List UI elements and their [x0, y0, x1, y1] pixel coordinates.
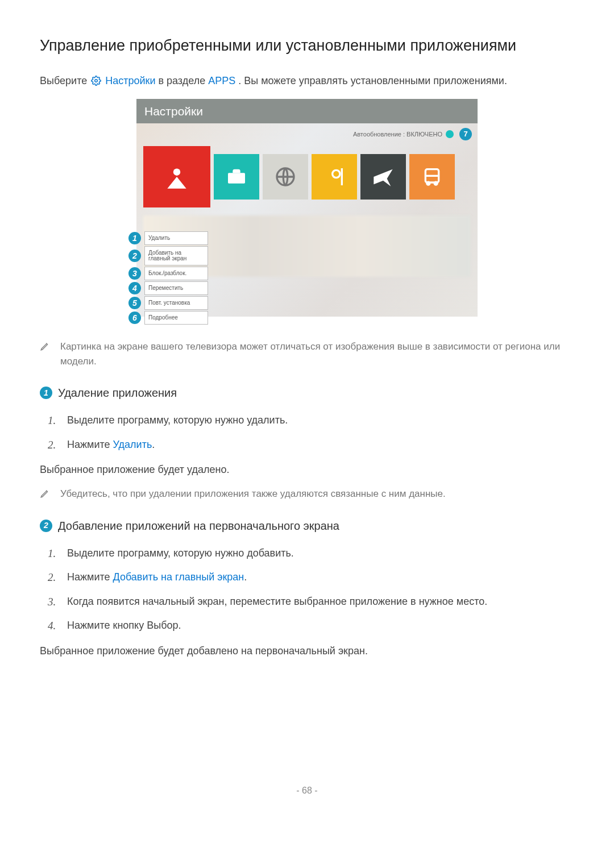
- callout-badge: 1: [128, 232, 141, 244]
- svg-point-7: [434, 182, 437, 185]
- section-1-badge: 1: [40, 387, 52, 399]
- tv-screenshot: Настройки Автообновление : ВКЛЮЧЕНО 7: [136, 99, 478, 317]
- note-region-disclaimer: Картинка на экране вашего телевизора мож…: [40, 339, 574, 368]
- app-tile-bus[interactable]: [409, 154, 455, 200]
- section-2-heading: 2 Добавление приложений на первоначально…: [40, 517, 574, 534]
- auto-update-toggle-icon[interactable]: [446, 130, 454, 138]
- callout-badge: 6: [128, 312, 141, 324]
- note-text: Картинка на экране вашего телевизора мож…: [60, 339, 574, 368]
- auto-update-row: Автообновление : ВКЛЮЧЕНО 7: [353, 128, 472, 140]
- context-menu: 1Удалить2Добавить на главный экран3Блок.…: [128, 231, 208, 326]
- section-1-note: Убедитесь, что при удалении приложения т…: [40, 487, 574, 501]
- step-text: Нажмите Добавить на главный экран.: [67, 570, 247, 586]
- svg-point-4: [333, 170, 340, 177]
- step-item: 3. Когда появится начальный экран, перем…: [48, 594, 574, 610]
- step-number: 1.: [48, 546, 57, 562]
- section-1-steps: 1. Выделите программу, которую нужно уда…: [40, 413, 574, 453]
- auto-update-label: Автообновление : ВКЛЮЧЕНО: [353, 130, 442, 139]
- context-menu-item[interactable]: Переместить: [144, 281, 208, 295]
- intro-suffix: . Вы можете управлять установленными при…: [238, 75, 507, 86]
- pencil-icon: [40, 341, 50, 351]
- svg-point-1: [173, 168, 181, 176]
- step-text: Нажмите Удалить.: [67, 437, 155, 454]
- intro-prefix: Выберите: [40, 75, 90, 86]
- context-menu-item[interactable]: Повт. установка: [144, 296, 208, 310]
- step-prefix: Нажмите: [67, 571, 113, 583]
- app-tile-briefcase[interactable]: [214, 154, 259, 200]
- app-tile-food[interactable]: [312, 154, 357, 200]
- callout-badge: 5: [128, 297, 141, 309]
- app-tile-plane[interactable]: [360, 154, 406, 200]
- step-suffix: .: [244, 571, 247, 583]
- section-1-heading: 1 Удаление приложения: [40, 384, 574, 401]
- svg-rect-2: [228, 173, 245, 183]
- delete-link[interactable]: Удалить: [113, 439, 152, 450]
- gear-icon: [91, 75, 101, 85]
- step-prefix: Нажмите: [67, 439, 113, 450]
- context-menu-row: 4Переместить: [128, 281, 208, 295]
- context-menu-row: 1Удалить: [128, 231, 208, 245]
- step-item: 2. Нажмите Удалить.: [48, 437, 574, 454]
- callout-badge: 4: [128, 282, 141, 294]
- context-menu-item[interactable]: Удалить: [144, 231, 208, 245]
- settings-link[interactable]: Настройки: [105, 75, 155, 86]
- intro-mid: в разделе: [158, 75, 208, 86]
- context-menu-row: 3Блок./разблок.: [128, 267, 208, 280]
- step-text: Выделите программу, которую нужно добави…: [67, 546, 294, 562]
- context-menu-item[interactable]: Подробнее: [144, 311, 208, 325]
- svg-point-0: [95, 79, 98, 82]
- context-menu-row: 2Добавить на главный экран: [128, 246, 208, 265]
- step-item: 1. Выделите программу, которую нужно уда…: [48, 413, 574, 429]
- section-1-result: Выбранное приложение будет удалено.: [40, 462, 574, 477]
- step-suffix: .: [152, 439, 155, 450]
- section-2-title: Добавление приложений на первоначального…: [58, 517, 339, 534]
- tv-body: Автообновление : ВКЛЮЧЕНО 7: [136, 123, 478, 317]
- callout-badge-7: 7: [459, 128, 472, 140]
- step-item: 4. Нажмите кнопку Выбор.: [48, 618, 574, 634]
- note-text: Убедитесь, что при удалении приложения т…: [60, 487, 446, 501]
- section-2-result: Выбранное приложение будет добавлено на …: [40, 643, 574, 659]
- step-number: 3.: [48, 594, 57, 610]
- step-number: 1.: [48, 413, 57, 429]
- add-home-link[interactable]: Добавить на главный экран: [113, 571, 244, 583]
- context-menu-row: 5Повт. установка: [128, 296, 208, 310]
- page-number: - 68 -: [40, 784, 574, 798]
- step-item: 2. Нажмите Добавить на главный экран.: [48, 570, 574, 586]
- section-2-steps: 1. Выделите программу, которую нужно доб…: [40, 546, 574, 634]
- step-text: Выделите программу, которую нужно удалит…: [67, 413, 288, 429]
- step-text: Когда появится начальный экран, перемест…: [67, 594, 487, 610]
- context-menu-row: 6Подробнее: [128, 311, 208, 325]
- step-text: Нажмите кнопку Выбор.: [67, 618, 181, 634]
- tv-header: Настройки: [136, 99, 478, 124]
- app-tile-globe[interactable]: [263, 154, 308, 200]
- section-1-title: Удаление приложения: [58, 384, 177, 401]
- apps-link[interactable]: APPS: [208, 75, 235, 86]
- intro-text: Выберите Настройки в разделе APPS . Вы м…: [40, 73, 574, 89]
- step-item: 1. Выделите программу, которую нужно доб…: [48, 546, 574, 562]
- callout-badge: 3: [128, 267, 141, 280]
- context-menu-item[interactable]: Добавить на главный экран: [144, 246, 208, 265]
- pencil-icon: [40, 488, 50, 499]
- app-tile-maps[interactable]: [143, 146, 210, 207]
- svg-point-6: [427, 182, 430, 185]
- context-menu-item[interactable]: Блок./разблок.: [144, 267, 208, 280]
- page-title: Управление приобретенными или установлен…: [40, 34, 574, 57]
- step-number: 2.: [48, 570, 57, 586]
- step-number: 4.: [48, 618, 57, 634]
- callout-badge: 2: [128, 250, 141, 262]
- step-number: 2.: [48, 437, 57, 454]
- section-2-badge: 2: [40, 520, 52, 532]
